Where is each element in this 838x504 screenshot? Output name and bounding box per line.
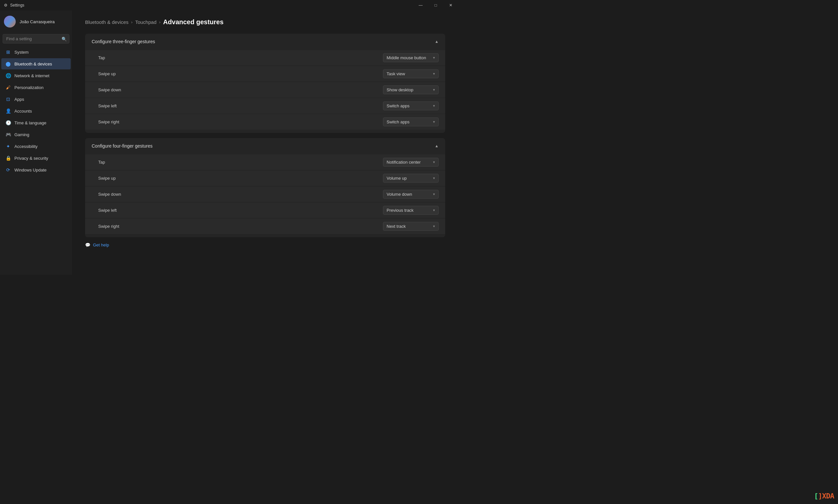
sidebar-item-personalization[interactable]: 🖌 Personalization — [1, 82, 71, 93]
personalization-icon: 🖌 — [5, 85, 11, 90]
four-swipe-left-value: Previous track — [387, 208, 413, 213]
four-swipe-left-label: Swipe left — [98, 208, 117, 213]
breadcrumb-sep-2: › — [159, 20, 160, 24]
three-finger-header[interactable]: Configure three-finger gestures ▲ — [85, 34, 445, 50]
accessibility-icon: ✦ — [5, 143, 11, 149]
sidebar-item-network[interactable]: 🌐 Network & internet — [1, 70, 71, 81]
search-box: 🔍 — [3, 34, 69, 43]
sidebar-item-label: Privacy & security — [14, 156, 48, 161]
sidebar-item-system[interactable]: ⊞ System — [1, 47, 71, 58]
sidebar-item-bluetooth[interactable]: ⬤ Bluetooth & devices — [1, 58, 71, 69]
sidebar-item-gaming[interactable]: 🎮 Gaming — [1, 129, 71, 140]
sidebar-item-label: Accessibility — [14, 144, 38, 149]
minimize-button[interactable]: — — [413, 0, 428, 11]
breadcrumb-touchpad[interactable]: Touchpad — [135, 19, 157, 25]
four-finger-header[interactable]: Configure four-finger gestures ▲ — [85, 138, 445, 154]
user-name: João Carrasqueira — [20, 19, 55, 24]
four-swipe-up-value: Volume up — [387, 176, 407, 181]
sidebar-item-update[interactable]: ⟳ Windows Update — [1, 164, 71, 176]
sidebar-item-apps[interactable]: ⊡ Apps — [1, 94, 71, 105]
sidebar-item-privacy[interactable]: 🔒 Privacy & security — [1, 152, 71, 164]
breadcrumb: Bluetooth & devices › Touchpad › Advance… — [85, 18, 445, 26]
help-link[interactable]: 💬 Get help — [85, 242, 445, 248]
close-button[interactable]: ✕ — [443, 0, 458, 11]
four-swipe-up-dropdown[interactable]: Volume up ▾ — [383, 174, 439, 183]
three-swipe-down-dropdown[interactable]: Show desktop ▾ — [383, 86, 439, 94]
four-tap-row: Tap Notification center ▾ — [85, 155, 445, 170]
three-tap-dropdown[interactable]: Middle mouse button ▾ — [383, 53, 439, 62]
maximize-button[interactable]: □ — [428, 0, 443, 11]
chevron-down-icon: ▾ — [433, 56, 435, 60]
four-swipe-right-dropdown[interactable]: Next track ▾ — [383, 222, 439, 231]
three-finger-collapse-icon: ▲ — [435, 39, 439, 44]
sidebar-item-accounts[interactable]: 👤 Accounts — [1, 105, 71, 116]
page-title: Advanced gestures — [163, 18, 224, 26]
four-finger-title: Configure four-finger gestures — [92, 143, 153, 148]
titlebar-controls: — □ ✕ — [413, 0, 458, 11]
four-tap-label: Tap — [98, 160, 105, 165]
four-swipe-down-dropdown[interactable]: Volume down ▾ — [383, 190, 439, 199]
system-icon: ⊞ — [5, 49, 11, 55]
chevron-down-icon: ▾ — [433, 88, 435, 92]
four-swipe-left-dropdown[interactable]: Previous track ▾ — [383, 206, 439, 215]
privacy-icon: 🔒 — [5, 155, 11, 161]
four-swipe-right-value: Next track — [387, 224, 406, 229]
three-swipe-right-value: Switch apps — [387, 120, 410, 124]
breadcrumb-sep-1: › — [131, 20, 132, 24]
search-input[interactable] — [3, 34, 69, 43]
sidebar-item-label: Apps — [14, 97, 24, 102]
sidebar-item-label: Gaming — [14, 132, 30, 137]
three-swipe-down-label: Swipe down — [98, 87, 121, 92]
four-swipe-down-value: Volume down — [387, 192, 412, 197]
sidebar-item-label: System — [14, 50, 29, 55]
chevron-down-icon: ▾ — [433, 120, 435, 124]
sidebar-item-time[interactable]: 🕐 Time & language — [1, 117, 71, 128]
titlebar-left: ⚙ Settings — [4, 3, 24, 7]
chevron-down-icon: ▾ — [433, 224, 435, 229]
bluetooth-icon: ⬤ — [5, 61, 11, 67]
four-finger-body: Tap Notification center ▾ Swipe up Volum… — [85, 155, 445, 237]
four-swipe-down-row: Swipe down Volume down ▾ — [85, 186, 445, 202]
sidebar-item-label: Time & language — [14, 121, 47, 125]
sidebar-item-label: Personalization — [14, 85, 43, 90]
four-swipe-right-label: Swipe right — [98, 224, 119, 229]
four-tap-value: Notification center — [387, 160, 421, 165]
three-swipe-left-row: Swipe left Switch apps ▾ — [85, 98, 445, 113]
three-finger-title: Configure three-finger gestures — [92, 39, 155, 44]
titlebar-title: Settings — [10, 3, 24, 7]
time-icon: 🕐 — [5, 120, 11, 126]
three-tap-value: Middle mouse button — [387, 55, 426, 60]
four-swipe-up-label: Swipe up — [98, 176, 115, 181]
network-icon: 🌐 — [5, 73, 11, 78]
sidebar: João Carrasqueira 🔍 ⊞ System ⬤ Bluetooth… — [0, 11, 72, 275]
four-swipe-left-row: Swipe left Previous track ▾ — [85, 202, 445, 218]
sidebar-item-accessibility[interactable]: ✦ Accessibility — [1, 141, 71, 152]
help-label: Get help — [93, 242, 109, 248]
chevron-down-icon: ▾ — [433, 208, 435, 212]
settings-icon: ⚙ — [4, 3, 7, 7]
apps-icon: ⊡ — [5, 96, 11, 102]
three-swipe-right-dropdown[interactable]: Switch apps ▾ — [383, 118, 439, 126]
three-swipe-up-value: Task view — [387, 71, 405, 76]
three-swipe-up-row: Swipe up Task view ▾ — [85, 66, 445, 82]
three-swipe-up-dropdown[interactable]: Task view ▾ — [383, 69, 439, 78]
sidebar-item-label: Windows Update — [14, 167, 47, 173]
search-icon: 🔍 — [61, 36, 67, 41]
three-swipe-left-dropdown[interactable]: Switch apps ▾ — [383, 102, 439, 110]
three-swipe-right-row: Swipe right Switch apps ▾ — [85, 114, 445, 130]
gaming-icon: 🎮 — [5, 131, 11, 138]
three-swipe-left-value: Switch apps — [387, 104, 410, 108]
four-tap-dropdown[interactable]: Notification center ▾ — [383, 158, 439, 166]
four-finger-section: Configure four-finger gestures ▲ Tap Not… — [85, 138, 445, 237]
chevron-down-icon: ▾ — [433, 160, 435, 164]
chevron-down-icon: ▾ — [433, 104, 435, 108]
four-swipe-up-row: Swipe up Volume up ▾ — [85, 170, 445, 186]
avatar — [4, 16, 16, 28]
breadcrumb-bluetooth[interactable]: Bluetooth & devices — [85, 19, 129, 25]
user-profile[interactable]: João Carrasqueira — [0, 11, 72, 33]
three-tap-label: Tap — [98, 55, 105, 60]
three-swipe-up-label: Swipe up — [98, 71, 115, 76]
four-swipe-right-row: Swipe right Next track ▾ — [85, 219, 445, 234]
three-swipe-left-label: Swipe left — [98, 104, 117, 108]
chevron-down-icon: ▾ — [433, 176, 435, 180]
